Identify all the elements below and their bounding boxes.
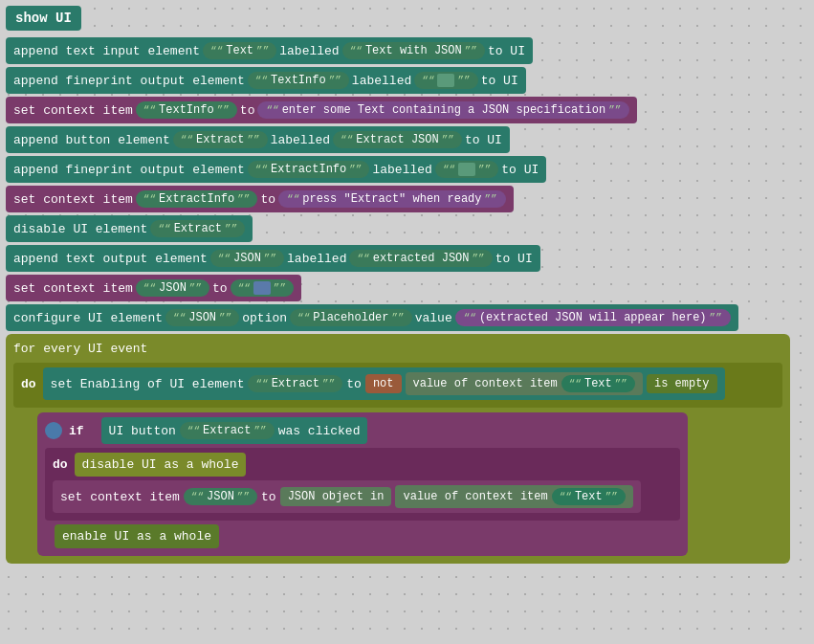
extractinfo-pill: ““ ExtractInfo ”” (248, 161, 370, 178)
json-object-in-block: JSON object in (280, 487, 392, 506)
set-context-json-block[interactable]: set context item ““ JSON ”” to ““ ”” (6, 275, 301, 301)
extracted-json-pill: ““ extracted JSON ”” (349, 250, 492, 267)
text-ctx-pill: ““ Text ”” (561, 375, 635, 392)
extractinfo-value-pill: ““ press "Extract" when ready ”” (278, 190, 506, 208)
value-context-text-block: value of context item ““ Text ”” (406, 372, 643, 395)
text-ctx2-pill: ““ Text ”” (552, 488, 626, 505)
empty-square2 (458, 163, 475, 176)
for-every-label: for every UI event (13, 339, 147, 359)
extract-json-pill: ““ Extract JSON ”” (333, 131, 462, 148)
for-every-header: for every UI event (13, 339, 782, 359)
set-enabling-block[interactable]: set Enabling of UI element ““ Extract ””… (43, 367, 725, 400)
configure-json-pill: ““ JSON ”” (165, 309, 239, 326)
placeholder-value-pill: ““ (extracted JSON will appear here) ”” (455, 309, 731, 326)
append-fineprint-textinfo-block[interactable]: append fineprint output element ““ TextI… (6, 67, 526, 94)
do-disable-ui-row: do disable UI as a whole set context ite… (45, 448, 680, 521)
disable-ui-extract-block[interactable]: disable UI element ““ Extract ”” (6, 215, 253, 242)
row3: set context item ““ TextInfo ”” to ““ en… (6, 97, 808, 123)
extractinfo-label-pill: ““ ”” (435, 161, 498, 178)
not-block: not (365, 374, 402, 393)
row7: disable UI element ““ Extract ”” (6, 215, 808, 242)
set-context-textinfo-block[interactable]: set context item ““ TextInfo ”” to ““ en… (6, 97, 637, 123)
json-pill: ““ JSON ”” (210, 250, 284, 267)
textinfo-ctx-pill: ““ TextInfo ”” (136, 101, 237, 119)
do-disable-inner: do disable UI as a whole (53, 453, 672, 477)
textinfo-label-pill: ““ ”” (414, 72, 477, 89)
row8: append text output element ““ JSON ”” la… (6, 245, 808, 272)
do-inner-row: do set Enabling of UI element ““ Extract… (21, 367, 775, 400)
extract-pill: ““ Extract ”” (173, 131, 268, 148)
enable-ui-whole-block[interactable]: enable UI as a whole (55, 524, 219, 548)
append-fineprint-extractinfo-block[interactable]: append fineprint output element ““ Extra… (6, 156, 546, 183)
gear-icon (45, 422, 62, 439)
disable-ui-whole-block[interactable]: disable UI as a whole (75, 453, 247, 477)
row4: append button element ““ Extract ”” labe… (6, 126, 808, 153)
set-context-extractinfo-block[interactable]: set context item ““ ExtractInfo ”” to ““… (6, 186, 514, 212)
enabling-extract-pill: ““ Extract ”” (248, 375, 342, 392)
disable-extract-pill: ““ Extract ”” (150, 220, 245, 237)
for-every-ui-event-container: for every UI event do set Enabling of UI… (6, 334, 790, 564)
row10: configure UI element ““ JSON ”” option “… (6, 304, 808, 331)
is-empty-block: is empty (647, 374, 717, 393)
append-text-input-block[interactable]: append text input element ““ Text ”” lab… (6, 37, 533, 64)
set-context-json-value-block[interactable]: set context item ““ JSON ”” to JSON obje… (53, 480, 641, 513)
textinfo-value-pill: ““ enter some Text containing a JSON spe… (257, 101, 629, 119)
json-name-pill: ““ JSON ”” (184, 488, 257, 505)
text-with-json-pill: ““ Text with JSON ”” (342, 42, 485, 59)
ui-button-block[interactable]: UI button ““ Extract ”” was clicked (101, 417, 368, 444)
append-button-extract-block[interactable]: append button element ““ Extract ”” labe… (6, 126, 510, 153)
set-context-json-row: set context item ““ JSON ”” to JSON obje… (53, 480, 672, 513)
blue-square (253, 281, 271, 295)
if-header-row: if UI button ““ Extract ”” was clicked (45, 417, 680, 444)
configure-json-block[interactable]: configure UI element ““ JSON ”” option “… (6, 304, 738, 331)
show-ui-row: show UI (6, 6, 808, 34)
row6: set context item ““ ExtractInfo ”” to ““… (6, 186, 808, 212)
text-val-pill: ““ Text ”” (203, 42, 276, 59)
placeholder-pill: ““ Placeholder ”” (290, 309, 412, 326)
do-set-enabling-row: do set Enabling of UI element ““ Extract… (13, 363, 782, 408)
row2: append fineprint output element ““ TextI… (6, 67, 808, 94)
row5: append fineprint output element ““ Extra… (6, 156, 808, 183)
empty-square (437, 74, 454, 87)
extractinfo-ctx-pill: ““ ExtractInfo ”” (136, 190, 258, 208)
append-text-json-block[interactable]: append text output element ““ JSON ”” la… (6, 245, 540, 272)
json-ctx-pill: ““ JSON ”” (136, 279, 209, 297)
if-extract-clicked-container: if UI button ““ Extract ”” was clicked d… (37, 412, 688, 556)
value-context-text2-block: value of context item ““ Text ”” (395, 485, 632, 508)
row1: append text input element ““ Text ”” lab… (6, 37, 808, 64)
json-empty-pill: ““ ”” (231, 279, 294, 297)
button-extract-pill: ““ Extract ”” (180, 422, 275, 439)
textinfo-pill: ““ TextInfo ”” (248, 72, 349, 89)
row9: set context item ““ JSON ”” to ““ ”” (6, 275, 808, 301)
enable-ui-row: enable UI as a whole (55, 524, 680, 548)
show-ui-block[interactable]: show UI (6, 6, 81, 31)
